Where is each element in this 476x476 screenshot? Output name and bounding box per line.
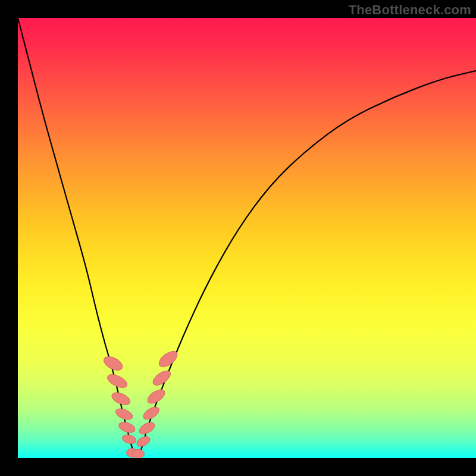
bead (141, 405, 161, 422)
bead (151, 368, 173, 388)
bead (135, 434, 151, 448)
bead-group (102, 348, 180, 458)
bead (133, 449, 145, 458)
bead (117, 420, 136, 434)
bottleneck-curve (18, 18, 476, 456)
bead (121, 433, 137, 445)
chart-frame: TheBottleneck.com (0, 0, 476, 476)
watermark-text: TheBottleneck.com (349, 2, 471, 18)
plot-area (18, 18, 476, 458)
curve-line (18, 18, 476, 456)
chart-svg (18, 18, 476, 458)
bead (137, 420, 156, 436)
